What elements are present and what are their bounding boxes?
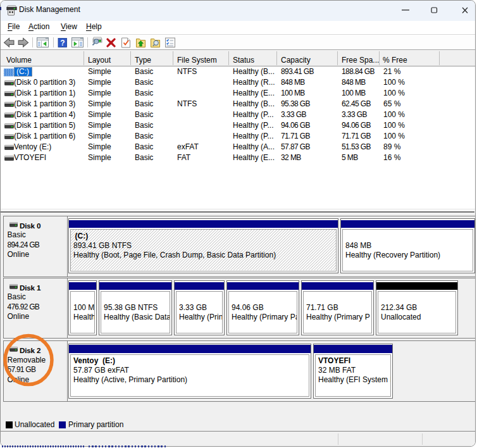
svg-text:?: ? [60, 39, 65, 47]
